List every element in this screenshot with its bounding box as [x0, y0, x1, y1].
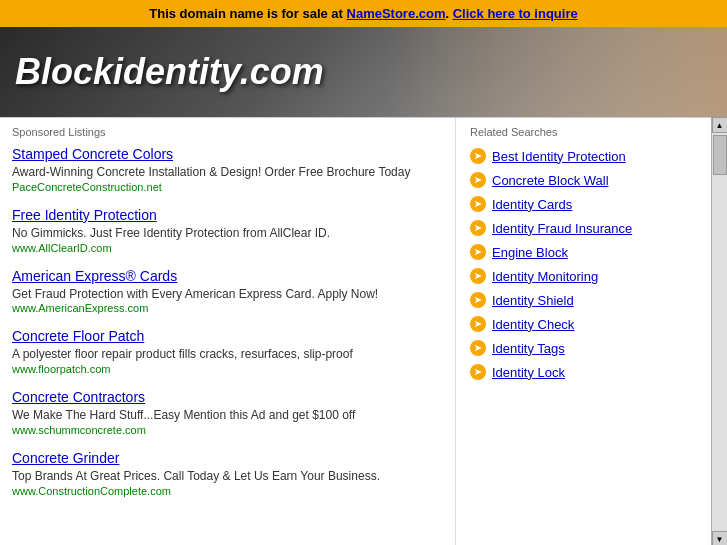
- related-item[interactable]: ➤ Identity Lock: [470, 364, 697, 380]
- bullet-icon: ➤: [470, 268, 486, 284]
- related-item[interactable]: ➤ Engine Block: [470, 244, 697, 260]
- related-link[interactable]: Identity Check: [492, 317, 574, 332]
- page-wrapper: Sponsored Listings Stamped Concrete Colo…: [0, 117, 727, 545]
- related-item[interactable]: ➤ Concrete Block Wall: [470, 172, 697, 188]
- namestore-link[interactable]: NameStore.com: [347, 6, 446, 21]
- ad-desc: We Make The Hard Stuff...Easy Mention th…: [12, 407, 443, 424]
- ad-url: www.AllClearID.com: [12, 242, 443, 254]
- bullet-icon: ➤: [470, 148, 486, 164]
- related-item[interactable]: ➤ Identity Monitoring: [470, 268, 697, 284]
- scroll-thumb[interactable]: [713, 135, 727, 175]
- ad-item: Stamped Concrete Colors Award-Winning Co…: [12, 146, 443, 193]
- ad-desc: Award-Winning Concrete Installation & De…: [12, 164, 443, 181]
- related-link[interactable]: Identity Fraud Insurance: [492, 221, 632, 236]
- ad-title[interactable]: Stamped Concrete Colors: [12, 146, 443, 162]
- scroll-down-button[interactable]: ▼: [712, 531, 728, 545]
- ad-item: Concrete Floor Patch A polyester floor r…: [12, 328, 443, 375]
- related-item[interactable]: ➤ Identity Shield: [470, 292, 697, 308]
- header-bg: [387, 27, 727, 117]
- ads-container: Stamped Concrete Colors Award-Winning Co…: [12, 146, 443, 497]
- related-item[interactable]: ➤ Identity Fraud Insurance: [470, 220, 697, 236]
- site-header: Blockidentity.com: [0, 27, 727, 117]
- ad-item: Concrete Contractors We Make The Hard St…: [12, 389, 443, 436]
- main-content: Sponsored Listings Stamped Concrete Colo…: [0, 117, 711, 545]
- ad-desc: Top Brands At Great Prices. Call Today &…: [12, 468, 443, 485]
- related-item[interactable]: ➤ Identity Check: [470, 316, 697, 332]
- related-link[interactable]: Identity Shield: [492, 293, 574, 308]
- scroll-up-button[interactable]: ▲: [712, 117, 728, 133]
- ad-url: www.schummconcrete.com: [12, 424, 443, 436]
- ad-title[interactable]: Concrete Contractors: [12, 389, 443, 405]
- ad-title[interactable]: Concrete Grinder: [12, 450, 443, 466]
- scrollbar[interactable]: ▲ ▼: [711, 117, 727, 545]
- sale-banner: This domain name is for sale at NameStor…: [0, 0, 727, 27]
- bullet-icon: ➤: [470, 196, 486, 212]
- inquire-link[interactable]: Click here to inquire: [453, 6, 578, 21]
- ad-url: www.floorpatch.com: [12, 363, 443, 375]
- banner-separator: .: [446, 6, 453, 21]
- ad-title[interactable]: Free Identity Protection: [12, 207, 443, 223]
- bullet-icon: ➤: [470, 244, 486, 260]
- bullet-icon: ➤: [470, 220, 486, 236]
- ad-item: Concrete Grinder Top Brands At Great Pri…: [12, 450, 443, 497]
- bullet-icon: ➤: [470, 172, 486, 188]
- ad-item: American Express® Cards Get Fraud Protec…: [12, 268, 443, 315]
- related-label: Related Searches: [470, 126, 697, 138]
- ad-desc: No Gimmicks. Just Free Identity Protecti…: [12, 225, 443, 242]
- ad-title[interactable]: Concrete Floor Patch: [12, 328, 443, 344]
- related-link[interactable]: Best Identity Protection: [492, 149, 626, 164]
- related-link[interactable]: Identity Cards: [492, 197, 572, 212]
- related-link[interactable]: Engine Block: [492, 245, 568, 260]
- related-link[interactable]: Identity Tags: [492, 341, 565, 356]
- ad-title[interactable]: American Express® Cards: [12, 268, 443, 284]
- banner-text: This domain name is for sale at: [149, 6, 346, 21]
- related-link[interactable]: Identity Monitoring: [492, 269, 598, 284]
- left-column: Sponsored Listings Stamped Concrete Colo…: [0, 118, 456, 545]
- site-title: Blockidentity.com: [15, 51, 324, 93]
- related-item[interactable]: ➤ Identity Tags: [470, 340, 697, 356]
- bullet-icon: ➤: [470, 292, 486, 308]
- ad-url: www.AmericanExpress.com: [12, 302, 443, 314]
- bullet-icon: ➤: [470, 364, 486, 380]
- related-item[interactable]: ➤ Identity Cards: [470, 196, 697, 212]
- bullet-icon: ➤: [470, 340, 486, 356]
- bullet-icon: ➤: [470, 316, 486, 332]
- ad-item: Free Identity Protection No Gimmicks. Ju…: [12, 207, 443, 254]
- ad-desc: Get Fraud Protection with Every American…: [12, 286, 443, 303]
- ad-url: PaceConcreteConstruction.net: [12, 181, 443, 193]
- related-item[interactable]: ➤ Best Identity Protection: [470, 148, 697, 164]
- ad-url: www.ConstructionComplete.com: [12, 485, 443, 497]
- sponsored-label: Sponsored Listings: [12, 126, 443, 138]
- ad-desc: A polyester floor repair product fills c…: [12, 346, 443, 363]
- right-column: Related Searches ➤ Best Identity Protect…: [456, 118, 711, 545]
- related-container: ➤ Best Identity Protection ➤ Concrete Bl…: [470, 148, 697, 380]
- related-link[interactable]: Identity Lock: [492, 365, 565, 380]
- related-link[interactable]: Concrete Block Wall: [492, 173, 609, 188]
